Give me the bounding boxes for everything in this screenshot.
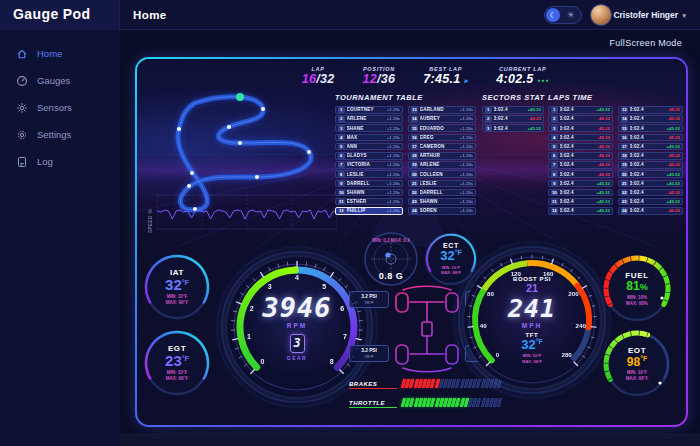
row-time: 3:02.4: [630, 181, 665, 186]
table-row[interactable]: 18ARTHUR+1.23s: [408, 152, 476, 160]
table-row[interactable]: 9DARRELL+1.23s: [335, 180, 403, 188]
row-delta: +45.32: [527, 107, 541, 112]
table-row[interactable]: 5ANN+1.23s: [335, 143, 403, 151]
row-time: 3:02.4: [630, 135, 666, 140]
row-delta: +1.23s: [460, 181, 473, 186]
row-delta: +1.23s: [387, 116, 400, 121]
table-row: 53:02.4-45.32: [548, 143, 613, 151]
sidebar-item-sensors[interactable]: Sensors: [0, 94, 120, 121]
row-time: 3:02.4: [630, 153, 666, 158]
table-row[interactable]: 6GLADYS+1.23s: [335, 152, 403, 160]
fuel-min: MIN: 10%: [627, 295, 647, 300]
live-indicator-icon: ●●●: [537, 77, 549, 83]
row-number: 6: [551, 153, 558, 159]
avatar[interactable]: [590, 4, 612, 26]
table-row[interactable]: 8LESLIE+1.23s: [335, 170, 403, 178]
table-row[interactable]: 19ARLENE+1.23s: [408, 161, 476, 169]
table-row[interactable]: 1COURTNEY+1.23s: [335, 106, 403, 114]
row-number: 3: [551, 125, 558, 131]
chevron-down-icon: ▾: [682, 12, 686, 19]
table-row[interactable]: 14AUBREY+1.23s: [408, 115, 476, 123]
row-time: 3:02.4: [630, 162, 666, 167]
theme-toggle[interactable]: ☾ ☀: [544, 6, 582, 24]
row-delta: +1.23s: [387, 144, 400, 149]
row-number: 1: [551, 107, 558, 113]
table-row[interactable]: 24SOREN+1.23s: [408, 207, 476, 215]
sun-icon[interactable]: ☀: [560, 8, 581, 22]
row-delta: -45.32: [598, 153, 610, 158]
row-time: 3:02.4: [560, 126, 596, 131]
table-row[interactable]: 3SHANE+1.23s: [335, 124, 403, 132]
eot-value: 98: [627, 355, 640, 369]
app-logo[interactable]: Gauge Pod: [0, 0, 120, 30]
row-delta: +1.23s: [387, 162, 400, 167]
lap-value: 16: [302, 72, 317, 86]
stat-current-lap: CURRENT LAP 4:02.5 ●●●: [496, 66, 549, 86]
row-number: 20: [621, 171, 628, 177]
row-delta: +1.23s: [387, 181, 400, 186]
row-delta: +1.23s: [387, 190, 400, 195]
sidebar-item-settings[interactable]: Settings: [0, 121, 120, 148]
position-value: 12: [363, 72, 378, 86]
user-menu[interactable]: Cristofer Hinger ▾: [613, 0, 686, 31]
gear-value: 3: [290, 334, 305, 353]
row-delta: +1.23s: [460, 144, 473, 149]
row-delta: +45.32: [596, 199, 610, 204]
row-time: 3:02.4: [630, 208, 666, 213]
footer-strip: [120, 433, 700, 446]
laps-column-2: 133:02.4-45.32143:02.4-45.32153:02.4+45.…: [618, 106, 683, 215]
mph-gauge: 04080120160200240280 BOOST PSI 21 241 MP…: [452, 240, 612, 400]
table-row[interactable]: 22DARRELL+1.23s: [408, 189, 476, 197]
row-delta: +1.23s: [460, 172, 473, 177]
egt-unit: °F: [182, 355, 189, 362]
current-lap-value: 4:02.5: [496, 72, 533, 86]
table-row[interactable]: 13GARLAND+1.23s: [408, 106, 476, 114]
row-time: 3:02.4: [560, 135, 596, 140]
table-row[interactable]: 7VICTORIA+1.23s: [335, 161, 403, 169]
waveform-axis-label: SPEED %: [148, 199, 153, 233]
table-row: 203:02.4+45.32: [618, 170, 683, 178]
table-row: 13:02.4+45.32: [548, 106, 613, 114]
row-number: 8: [338, 171, 345, 177]
sidebar-item-gauges[interactable]: Gauges: [0, 67, 120, 94]
car-diagram: [393, 285, 461, 373]
table-row[interactable]: 10SHAWN+1.23s: [335, 189, 403, 197]
table-row[interactable]: 4MAX+1.23s: [335, 134, 403, 142]
row-number: 12: [338, 208, 345, 214]
row-delta: -43.23: [529, 116, 541, 121]
row-delta: -45.32: [668, 135, 680, 140]
row-number: 24: [411, 208, 418, 214]
table-row[interactable]: 23SHAWN+1.23s: [408, 198, 476, 206]
row-number: 9: [338, 180, 345, 186]
row-number: 22: [411, 190, 418, 196]
tft-max: MAX: 98°F: [522, 359, 542, 364]
telemetry-waveform: SPEED %: [151, 193, 337, 233]
table-row[interactable]: 11ESTHER+1.23s: [335, 198, 403, 206]
table-row[interactable]: 12PHILLIP+1.23s: [335, 207, 403, 215]
best-lap-icon: ▸: [464, 77, 468, 84]
table-row[interactable]: 15EDUARDO+1.23s: [408, 124, 476, 132]
tft-min: MIN: 10°F: [523, 353, 541, 358]
boost-value: 21: [526, 282, 538, 294]
moon-icon[interactable]: ☾: [546, 8, 560, 22]
sidebar-item-home[interactable]: Home: [0, 40, 120, 67]
table-row[interactable]: 2ARLENE+1.23s: [335, 115, 403, 123]
rpm-unit-label: RPM: [287, 322, 307, 329]
table-row[interactable]: 16GREG+1.23s: [408, 134, 476, 142]
tft-value: 32: [521, 337, 535, 352]
row-delta: -45.32: [598, 126, 610, 131]
row-time: 3:02.4: [630, 190, 666, 195]
eot-gauge: EOT 98°F MIN: 10°FMAX: 98°F: [601, 328, 673, 400]
log-icon: [16, 156, 28, 168]
table-row[interactable]: 20COLLEEN+1.23s: [408, 170, 476, 178]
fullscreen-mode-button[interactable]: FullScreen Mode: [609, 38, 682, 48]
sidebar-item-log[interactable]: Log: [0, 148, 120, 175]
table-row[interactable]: 21LESLIE+1.23s: [408, 180, 476, 188]
table-row: 213:02.4+45.32: [618, 180, 683, 188]
row-time: 3:02.4: [630, 107, 666, 112]
row-number: 3: [338, 125, 345, 131]
sidebar-item-label: Gauges: [37, 75, 70, 86]
row-time: 3:02.4: [560, 162, 596, 167]
table-row[interactable]: 17CAMERON+1.23s: [408, 143, 476, 151]
laps-time-title: LAPS TIME: [548, 93, 683, 102]
